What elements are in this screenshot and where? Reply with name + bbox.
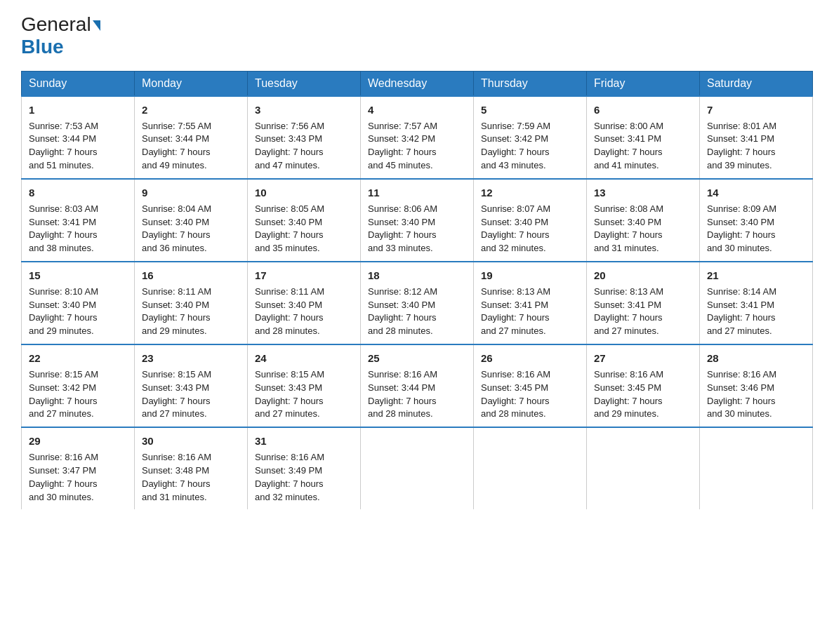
daylight-line1: Daylight: 7 hours xyxy=(707,229,805,242)
sunset-info: Sunset: 3:44 PM xyxy=(368,382,466,395)
calendar-cell: 29 Sunrise: 8:16 AM Sunset: 3:47 PM Dayl… xyxy=(22,427,135,509)
day-number: 27 xyxy=(594,351,692,366)
sunrise-info: Sunrise: 8:10 AM xyxy=(29,286,127,299)
sunrise-info: Sunrise: 8:16 AM xyxy=(29,451,127,464)
daylight-line2: and 45 minutes. xyxy=(368,159,466,173)
header-saturday: Saturday xyxy=(700,71,813,96)
header-thursday: Thursday xyxy=(474,71,587,96)
daylight-line2: and 30 minutes. xyxy=(707,408,805,421)
calendar-cell: 30 Sunrise: 8:16 AM Sunset: 3:48 PM Dayl… xyxy=(135,427,248,509)
sunrise-info: Sunrise: 8:16 AM xyxy=(142,451,240,464)
calendar-cell: 3 Sunrise: 7:56 AM Sunset: 3:43 PM Dayli… xyxy=(248,96,361,179)
header-sunday: Sunday xyxy=(22,71,135,96)
daylight-line1: Daylight: 7 hours xyxy=(368,395,466,408)
daylight-line1: Daylight: 7 hours xyxy=(707,146,805,159)
sunset-info: Sunset: 3:42 PM xyxy=(29,382,127,395)
day-number: 4 xyxy=(368,102,466,118)
sunset-info: Sunset: 3:43 PM xyxy=(255,382,353,395)
daylight-line2: and 35 minutes. xyxy=(255,242,353,255)
daylight-line2: and 47 minutes. xyxy=(255,159,353,173)
day-number: 5 xyxy=(481,102,579,118)
day-number: 23 xyxy=(142,351,240,366)
daylight-line1: Daylight: 7 hours xyxy=(29,395,127,408)
week-row-3: 15 Sunrise: 8:10 AM Sunset: 3:40 PM Dayl… xyxy=(22,262,813,344)
day-number: 14 xyxy=(707,185,805,201)
calendar-cell: 20 Sunrise: 8:13 AM Sunset: 3:41 PM Dayl… xyxy=(587,262,700,344)
day-number: 29 xyxy=(29,434,127,449)
sunrise-info: Sunrise: 7:56 AM xyxy=(255,120,353,133)
sunrise-info: Sunrise: 8:11 AM xyxy=(142,286,240,299)
calendar-cell: 13 Sunrise: 8:08 AM Sunset: 3:40 PM Dayl… xyxy=(587,179,700,262)
daylight-line2: and 28 minutes. xyxy=(368,325,466,338)
calendar-cell: 31 Sunrise: 8:16 AM Sunset: 3:49 PM Dayl… xyxy=(248,427,361,509)
daylight-line2: and 29 minutes. xyxy=(594,408,692,421)
sunset-info: Sunset: 3:45 PM xyxy=(594,382,692,395)
daylight-line2: and 27 minutes. xyxy=(255,408,353,421)
sunset-info: Sunset: 3:49 PM xyxy=(255,464,353,478)
sunrise-info: Sunrise: 8:07 AM xyxy=(481,203,579,216)
logo-blue: Blue xyxy=(21,36,64,58)
sunset-info: Sunset: 3:45 PM xyxy=(481,382,579,395)
calendar-cell: 27 Sunrise: 8:16 AM Sunset: 3:45 PM Dayl… xyxy=(587,344,700,427)
sunset-info: Sunset: 3:48 PM xyxy=(142,464,240,478)
sunset-info: Sunset: 3:44 PM xyxy=(142,133,240,146)
day-number: 18 xyxy=(368,268,466,283)
day-number: 2 xyxy=(142,102,240,118)
calendar-cell: 10 Sunrise: 8:05 AM Sunset: 3:40 PM Dayl… xyxy=(248,179,361,262)
daylight-line1: Daylight: 7 hours xyxy=(255,229,353,242)
daylight-line1: Daylight: 7 hours xyxy=(29,478,127,491)
sunset-info: Sunset: 3:40 PM xyxy=(255,216,353,229)
daylight-line2: and 27 minutes. xyxy=(481,325,579,338)
calendar-cell xyxy=(474,427,587,509)
sunset-info: Sunset: 3:40 PM xyxy=(368,216,466,229)
daylight-line2: and 39 minutes. xyxy=(707,159,805,173)
daylight-line1: Daylight: 7 hours xyxy=(368,229,466,242)
week-row-1: 1 Sunrise: 7:53 AM Sunset: 3:44 PM Dayli… xyxy=(22,96,813,179)
daylight-line1: Daylight: 7 hours xyxy=(29,311,127,325)
sunset-info: Sunset: 3:41 PM xyxy=(707,299,805,312)
header-row: SundayMondayTuesdayWednesdayThursdayFrid… xyxy=(22,71,813,96)
day-number: 9 xyxy=(142,185,240,201)
daylight-line1: Daylight: 7 hours xyxy=(255,478,353,491)
sunrise-info: Sunrise: 8:08 AM xyxy=(594,203,692,216)
daylight-line1: Daylight: 7 hours xyxy=(255,146,353,159)
week-row-2: 8 Sunrise: 8:03 AM Sunset: 3:41 PM Dayli… xyxy=(22,179,813,262)
daylight-line2: and 28 minutes. xyxy=(255,325,353,338)
daylight-line1: Daylight: 7 hours xyxy=(142,478,240,491)
page-header: General Blue xyxy=(21,14,813,58)
calendar-cell: 18 Sunrise: 8:12 AM Sunset: 3:40 PM Dayl… xyxy=(361,262,474,344)
daylight-line1: Daylight: 7 hours xyxy=(29,229,127,242)
week-row-4: 22 Sunrise: 8:15 AM Sunset: 3:42 PM Dayl… xyxy=(22,344,813,427)
calendar-table: SundayMondayTuesdayWednesdayThursdayFrid… xyxy=(21,71,813,510)
day-number: 26 xyxy=(481,351,579,366)
sunset-info: Sunset: 3:40 PM xyxy=(255,299,353,312)
sunset-info: Sunset: 3:40 PM xyxy=(142,216,240,229)
daylight-line2: and 41 minutes. xyxy=(594,159,692,173)
daylight-line2: and 29 minutes. xyxy=(29,325,127,338)
sunrise-info: Sunrise: 8:16 AM xyxy=(594,368,692,382)
daylight-line2: and 27 minutes. xyxy=(707,325,805,338)
daylight-line2: and 27 minutes. xyxy=(29,408,127,421)
header-tuesday: Tuesday xyxy=(248,71,361,96)
daylight-line1: Daylight: 7 hours xyxy=(707,311,805,325)
sunset-info: Sunset: 3:40 PM xyxy=(29,299,127,312)
calendar-cell xyxy=(587,427,700,509)
daylight-line1: Daylight: 7 hours xyxy=(707,395,805,408)
calendar-cell: 4 Sunrise: 7:57 AM Sunset: 3:42 PM Dayli… xyxy=(361,96,474,179)
sunrise-info: Sunrise: 8:15 AM xyxy=(255,368,353,382)
sunrise-info: Sunrise: 8:11 AM xyxy=(255,286,353,299)
calendar-cell xyxy=(361,427,474,509)
sunrise-info: Sunrise: 8:16 AM xyxy=(481,368,579,382)
day-number: 7 xyxy=(707,102,805,118)
daylight-line1: Daylight: 7 hours xyxy=(142,311,240,325)
daylight-line2: and 30 minutes. xyxy=(707,242,805,255)
day-number: 28 xyxy=(707,351,805,366)
daylight-line2: and 51 minutes. xyxy=(29,159,127,173)
daylight-line2: and 38 minutes. xyxy=(29,242,127,255)
daylight-line2: and 28 minutes. xyxy=(481,408,579,421)
calendar-cell: 1 Sunrise: 7:53 AM Sunset: 3:44 PM Dayli… xyxy=(22,96,135,179)
day-number: 12 xyxy=(481,185,579,201)
sunrise-info: Sunrise: 8:14 AM xyxy=(707,286,805,299)
sunrise-info: Sunrise: 8:03 AM xyxy=(29,203,127,216)
calendar-cell: 5 Sunrise: 7:59 AM Sunset: 3:42 PM Dayli… xyxy=(474,96,587,179)
